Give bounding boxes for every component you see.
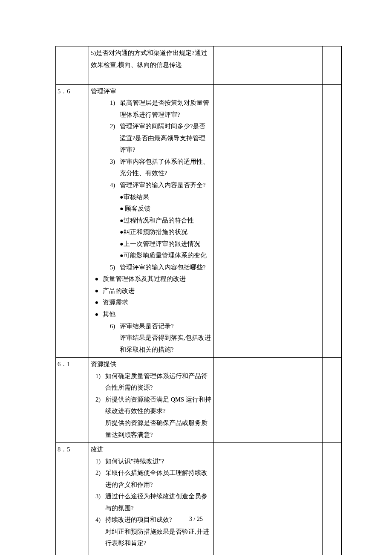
clause-id-cell <box>56 46 89 85</box>
trail-text: 评审结果是否得到落实,包括改进和采取相关的措施? <box>105 332 212 356</box>
list-item: 4)管理评审的输入内容是否齐全? <box>105 179 212 191</box>
content-text: 5)是否对沟通的方式和渠道作出规定?通过效果检查,横向、纵向的信息传递 <box>91 47 212 71</box>
list-item: 2)所提供的资源能否满足 QMS 运行和持续改进有效性的要求? <box>91 394 212 417</box>
bullet-item: ●其他 <box>91 309 212 321</box>
sub-item: ● 顾客反馈 <box>120 203 212 215</box>
sub-item: ●过程情况和产品的符合性 <box>120 215 212 227</box>
record-cell <box>214 443 323 555</box>
sub-item: ●纠正和预防措施的状况 <box>120 226 212 238</box>
checklist-table: 5)是否对沟通的方式和渠道作出规定?通过效果检查,横向、纵向的信息传递 5．6 … <box>55 46 342 555</box>
list-item: 1)如何确定质量管理体系运行和产品符合性所需的资源? <box>91 370 212 394</box>
page-number: 3 / 25 <box>189 516 203 522</box>
bullet-item: ●产品的改进 <box>91 285 212 297</box>
record-cell <box>214 358 323 443</box>
clause-id: 8．5 <box>58 446 70 453</box>
trail-text: 所提供的资源是否确保产品或服务质量达到顾客满意? <box>91 417 212 441</box>
page: 5)是否对沟通的方式和渠道作出规定?通过效果检查,横向、纵向的信息传递 5．6 … <box>0 0 392 555</box>
eval-cell <box>323 46 342 85</box>
sub-item: ●可能影响质量管理体系的变化 <box>120 250 212 262</box>
sub-item: ●上一次管理评审的跟进情况 <box>120 238 212 250</box>
table-row: 5．6 管理评审 1)最高管理层是否按策划对质量管理体系进行管理评审? 2)管理… <box>56 84 342 358</box>
section-title: 资源提供 <box>91 358 212 370</box>
bullet-item: ●质量管理体系及其过程的改进 <box>91 273 212 285</box>
clause-id-cell: 5．6 <box>56 84 89 358</box>
list-item: 1)最高管理层是否按策划对质量管理体系进行管理评审? <box>105 97 212 121</box>
eval-cell <box>323 443 342 555</box>
content-cell: 管理评审 1)最高管理层是否按策划对质量管理体系进行管理评审? 2)管理评审的间… <box>89 84 214 358</box>
table-row: 8．5 改进 1)如何认识"持续改进"? 2)采取什么措施使全体员工理解持续改进… <box>56 443 342 555</box>
table-row: 6．1 资源提供 1)如何确定质量管理体系运行和产品符合性所需的资源? 2)所提… <box>56 358 342 443</box>
list-item: 3)通过什么途径为持续改进创造全员参与的氛围? <box>91 491 212 514</box>
list-item: 6)评审结果是否记录? <box>105 321 212 332</box>
list-item: 2)管理评审的间隔时间多少?是否适宜?是否由最高领导支持管理评审? <box>105 121 212 156</box>
clause-id-cell: 6．1 <box>56 358 89 443</box>
list-item: 3)评审内容包括了体系的适用性、充分性、有效性? <box>105 156 212 179</box>
section-title: 改进 <box>91 444 212 456</box>
table-row: 5)是否对沟通的方式和渠道作出规定?通过效果检查,横向、纵向的信息传递 <box>56 46 342 85</box>
list-item: 2)采取什么措施使全体员工理解持续改进的含义和作用? <box>91 467 212 491</box>
eval-cell <box>323 84 342 358</box>
bullet-item: ●资源需求 <box>91 297 212 309</box>
content-cell: 5)是否对沟通的方式和渠道作出规定?通过效果检查,横向、纵向的信息传递 <box>89 46 214 85</box>
eval-cell <box>323 358 342 443</box>
section-title: 管理评审 <box>91 86 212 98</box>
page-footer: 3 / 25 <box>0 514 392 525</box>
clause-id-cell: 8．5 <box>56 443 89 555</box>
list-item: 5)管理评审的输入内容包括哪些? <box>105 262 212 274</box>
trail-text: 对纠正和预防措施效果是否验证,并进行表彰和肯定? <box>91 526 212 549</box>
content-cell: 改进 1)如何认识"持续改进"? 2)采取什么措施使全体员工理解持续改进的含义和… <box>89 443 214 555</box>
clause-id: 6．1 <box>58 361 70 367</box>
record-cell <box>214 46 323 85</box>
sub-item: ●审核结果 <box>120 191 212 203</box>
clause-id: 5．6 <box>58 88 70 95</box>
content-cell: 资源提供 1)如何确定质量管理体系运行和产品符合性所需的资源? 2)所提供的资源… <box>89 358 214 443</box>
record-cell <box>214 84 323 358</box>
list-item: 1)如何认识"持续改进"? <box>91 456 212 468</box>
